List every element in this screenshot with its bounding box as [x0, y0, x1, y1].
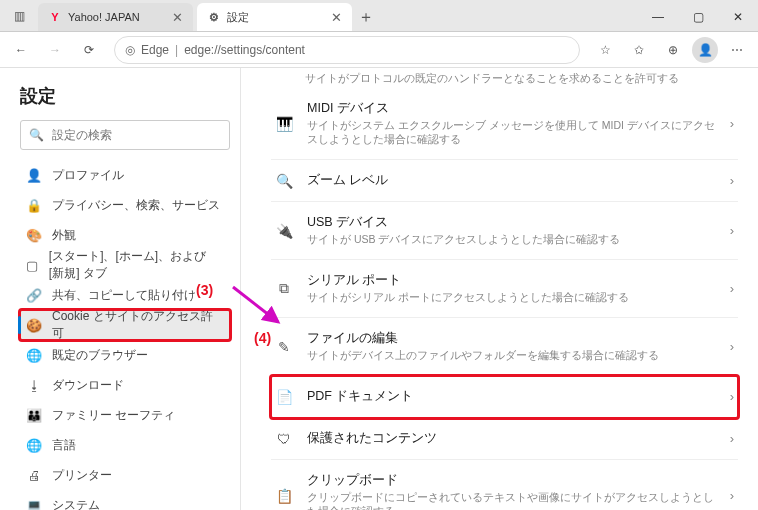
collections-button[interactable]: ⊕ — [658, 35, 688, 65]
row-icon: ✎ — [275, 339, 293, 355]
tab-favicon: Y — [48, 10, 62, 24]
profile-button[interactable]: 👤 — [692, 37, 718, 63]
chevron-right-icon: › — [730, 389, 734, 404]
sidebar-item-6[interactable]: 🌐既定のブラウザー — [20, 340, 230, 370]
nav-label: 既定のブラウザー — [52, 347, 148, 364]
nav-icon: ▢ — [26, 258, 39, 273]
refresh-button[interactable]: ⟳ — [74, 35, 104, 65]
settings-row-5[interactable]: 📄PDF ドキュメント› — [271, 376, 738, 418]
row-icon: 📄 — [275, 389, 293, 405]
tab-favicon: ⚙ — [207, 10, 221, 24]
nav-icon: 🌐 — [26, 348, 42, 363]
forward-button[interactable]: → — [40, 35, 70, 65]
row-title: クリップボード — [307, 472, 716, 489]
nav-label: 言語 — [52, 437, 76, 454]
row-subtitle: サイトがデバイス上のファイルやフォルダーを編集する場合に確認する — [307, 349, 716, 363]
url-text: edge://settings/content — [184, 43, 305, 57]
search-icon: 🔍 — [29, 128, 44, 142]
nav-label: プライバシー、検索、サービス — [52, 197, 220, 214]
tab-title: Yahoo! JAPAN — [68, 11, 140, 23]
settings-row-0[interactable]: 🎹MIDI デバイスサイトがシステム エクスクルーシブ メッセージを使用して M… — [271, 94, 738, 160]
row-subtitle: サイトが USB デバイスにアクセスしようとした場合に確認する — [307, 233, 716, 247]
more-button[interactable]: ⋯ — [722, 35, 752, 65]
row-title: ファイルの編集 — [307, 330, 716, 347]
nav-icon: 🔒 — [26, 198, 42, 213]
row-icon: ⧉ — [275, 280, 293, 297]
chevron-right-icon: › — [730, 281, 734, 296]
back-button[interactable]: ← — [6, 35, 36, 65]
annotation-4: (4) — [254, 330, 271, 346]
nav-icon: 🎨 — [26, 228, 42, 243]
row-subtitle: クリップボードにコピーされているテキストや画像にサイトがアクセスしようとした場合… — [307, 491, 716, 510]
row-title: 保護されたコンテンツ — [307, 430, 716, 447]
nav-icon: 💻 — [26, 498, 42, 511]
nav-icon: ⭳ — [26, 378, 42, 393]
tab-actions-button[interactable]: ▥ — [4, 1, 34, 31]
nav-label: プリンター — [52, 467, 112, 484]
edge-icon: ◎ — [125, 43, 135, 57]
row-title: USB デバイス — [307, 214, 716, 231]
settings-row-2[interactable]: 🔌USB デバイスサイトが USB デバイスにアクセスしようとした場合に確認する… — [271, 202, 738, 260]
sidebar-item-10[interactable]: 🖨プリンター — [20, 460, 230, 490]
tab-close-icon[interactable]: ✕ — [331, 10, 342, 25]
sidebar-item-7[interactable]: ⭳ダウンロード — [20, 370, 230, 400]
minimize-button[interactable]: ― — [638, 3, 678, 31]
sidebar-item-0[interactable]: 👤プロファイル — [20, 160, 230, 190]
tab-0[interactable]: YYahoo! JAPAN✕ — [38, 3, 193, 31]
favorites-bar-button[interactable]: ✩ — [624, 35, 654, 65]
truncated-row-sub: サイトがプロトコルの既定のハンドラーとなることを求めることを許可する — [271, 68, 738, 94]
settings-heading: 設定 — [20, 84, 230, 108]
tab-1[interactable]: ⚙設定✕ — [197, 3, 352, 31]
annotation-3: (3) — [196, 282, 213, 298]
row-icon: 📋 — [275, 488, 293, 504]
nav-label: ファミリー セーフティ — [52, 407, 175, 424]
row-title: MIDI デバイス — [307, 100, 716, 117]
settings-row-7[interactable]: 📋クリップボードクリップボードにコピーされているテキストや画像にサイトがアクセス… — [271, 460, 738, 510]
nav-icon: 🍪 — [26, 318, 42, 333]
maximize-button[interactable]: ▢ — [678, 3, 718, 31]
nav-label: 共有、コピーして貼り付け — [52, 287, 196, 304]
nav-label: プロファイル — [52, 167, 124, 184]
settings-row-4[interactable]: ✎ファイルの編集サイトがデバイス上のファイルやフォルダーを編集する場合に確認する… — [271, 318, 738, 376]
chevron-right-icon: › — [730, 488, 734, 503]
chevron-right-icon: › — [730, 339, 734, 354]
nav-icon: 👪 — [26, 408, 42, 423]
nav-icon: 🔗 — [26, 288, 42, 303]
chevron-right-icon: › — [730, 431, 734, 446]
sidebar-item-11[interactable]: 💻システム — [20, 490, 230, 510]
sidebar-item-2[interactable]: 🎨外観 — [20, 220, 230, 250]
row-title: PDF ドキュメント — [307, 388, 716, 405]
nav-label: [スタート]、[ホーム]、および [新規] タブ — [49, 248, 224, 282]
engine-label: Edge — [141, 43, 169, 57]
nav-icon: 🌐 — [26, 438, 42, 453]
sidebar-item-8[interactable]: 👪ファミリー セーフティ — [20, 400, 230, 430]
settings-row-3[interactable]: ⧉シリアル ポートサイトがシリアル ポートにアクセスしようとした場合に確認する› — [271, 260, 738, 318]
row-subtitle: サイトがシリアル ポートにアクセスしようとした場合に確認する — [307, 291, 716, 305]
settings-row-6[interactable]: 🛡保護されたコンテンツ› — [271, 418, 738, 460]
favorite-button[interactable]: ☆ — [590, 35, 620, 65]
row-icon: 🔌 — [275, 223, 293, 239]
row-subtitle: サイトがシステム エクスクルーシブ メッセージを使用して MIDI デバイスにア… — [307, 119, 716, 147]
nav-icon: 👤 — [26, 168, 42, 183]
sidebar-item-9[interactable]: 🌐言語 — [20, 430, 230, 460]
new-tab-button[interactable]: ＋ — [352, 3, 380, 31]
nav-label: システム — [52, 497, 100, 511]
row-icon: 🛡 — [275, 431, 293, 447]
chevron-right-icon: › — [730, 173, 734, 188]
address-bar[interactable]: ◎ Edge | edge://settings/content — [114, 36, 580, 64]
row-icon: 🎹 — [275, 116, 293, 132]
nav-label: Cookie とサイトのアクセス許可 — [52, 308, 224, 342]
sidebar-item-5[interactable]: 🍪Cookie とサイトのアクセス許可 — [20, 310, 230, 340]
sidebar-item-1[interactable]: 🔒プライバシー、検索、サービス — [20, 190, 230, 220]
chevron-right-icon: › — [730, 116, 734, 131]
tab-title: 設定 — [227, 10, 249, 25]
settings-search[interactable]: 🔍 — [20, 120, 230, 150]
sidebar-item-3[interactable]: ▢[スタート]、[ホーム]、および [新規] タブ — [20, 250, 230, 280]
settings-row-1[interactable]: 🔍ズーム レベル› — [271, 160, 738, 202]
tab-close-icon[interactable]: ✕ — [172, 10, 183, 25]
nav-icon: 🖨 — [26, 468, 42, 483]
close-window-button[interactable]: ✕ — [718, 3, 758, 31]
chevron-right-icon: › — [730, 223, 734, 238]
nav-label: 外観 — [52, 227, 76, 244]
search-input[interactable] — [52, 128, 221, 142]
